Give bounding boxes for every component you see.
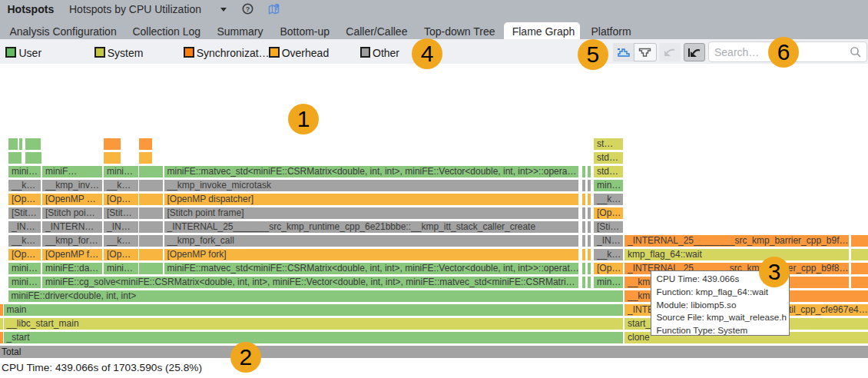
svg-text:?: ? <box>274 3 280 12</box>
svg-text:?: ? <box>246 5 250 13</box>
